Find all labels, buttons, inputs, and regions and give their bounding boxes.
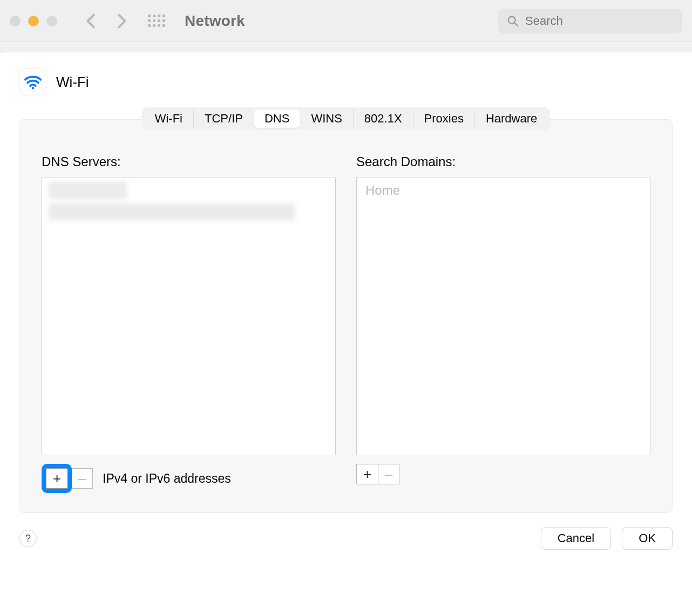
forward-button[interactable] — [109, 9, 135, 33]
ok-button[interactable]: OK — [622, 527, 673, 550]
help-button[interactable]: ? — [19, 530, 37, 547]
svg-point-0 — [508, 16, 515, 23]
tab-proxies[interactable]: Proxies — [413, 109, 475, 128]
tab-wi-fi[interactable]: Wi-Fi — [144, 109, 194, 128]
tabs: Wi-FiTCP/IPDNSWINS802.1XProxiesHardware — [142, 107, 551, 130]
add-search-domain-button[interactable]: + — [356, 464, 378, 484]
tab-802-1x[interactable]: 802.1X — [354, 109, 413, 128]
cancel-button[interactable]: Cancel — [541, 527, 611, 550]
dns-footer-hint: IPv4 or IPv6 addresses — [103, 471, 231, 486]
wifi-icon — [19, 69, 46, 95]
search-box[interactable] — [498, 9, 682, 33]
dns-servers-label: DNS Servers: — [42, 154, 336, 169]
bottom-controls: ? Cancel OK — [0, 513, 692, 550]
tab-tcp-ip[interactable]: TCP/IP — [194, 109, 254, 128]
search-input[interactable] — [525, 14, 674, 28]
toolbar: Network — [0, 0, 692, 42]
window-close-button[interactable] — [10, 16, 21, 26]
dns-server-item-redacted — [49, 203, 295, 221]
svg-line-1 — [515, 23, 518, 25]
dns-servers-footer: + – IPv4 or IPv6 addresses — [42, 464, 336, 493]
add-dns-server-button[interactable]: + — [46, 468, 67, 489]
tab-wins[interactable]: WINS — [300, 109, 353, 128]
settings-panel: DNS Servers: + – IPv4 or IPv6 addresses — [19, 119, 673, 513]
window-title: Network — [185, 12, 245, 30]
search-domains-footer: + – — [356, 464, 650, 484]
grid-icon — [148, 15, 165, 27]
sheet: Wi-Fi Wi-FiTCP/IPDNSWINS802.1XProxiesHar… — [0, 52, 692, 550]
connection-name: Wi-Fi — [56, 74, 89, 91]
show-all-button[interactable] — [144, 9, 169, 33]
window-zoom-button[interactable] — [46, 16, 57, 26]
svg-point-2 — [32, 87, 35, 90]
search-domains-label: Search Domains: — [356, 154, 650, 169]
connection-header: Wi-Fi — [0, 58, 692, 102]
tab-dns[interactable]: DNS — [254, 109, 300, 128]
dns-servers-column: DNS Servers: + – IPv4 or IPv6 addresses — [42, 154, 336, 493]
remove-search-domain-button[interactable]: – — [378, 464, 399, 484]
search-domains-list[interactable]: Home — [356, 177, 650, 455]
dns-servers-list[interactable] — [42, 177, 336, 455]
dns-server-item-redacted — [49, 182, 127, 199]
search-icon — [507, 15, 519, 27]
window-minimize-button[interactable] — [28, 16, 39, 26]
back-button[interactable] — [78, 9, 104, 33]
remove-dns-server-button[interactable]: – — [71, 468, 93, 489]
tab-hardware[interactable]: Hardware — [475, 109, 548, 128]
add-dns-highlight: + — [42, 464, 72, 493]
traffic-lights — [10, 16, 57, 26]
search-domains-column: Search Domains: Home + – — [356, 154, 650, 493]
search-domain-item[interactable]: Home — [363, 182, 643, 199]
